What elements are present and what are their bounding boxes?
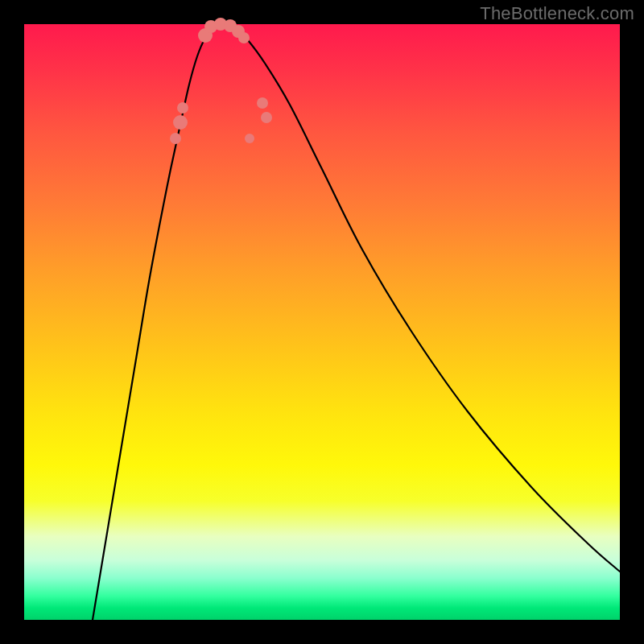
highlight-dot [170, 133, 181, 144]
highlight-dot [261, 112, 272, 123]
highlight-dot [245, 134, 254, 143]
highlight-dots [170, 18, 272, 144]
highlight-dot [173, 115, 188, 130]
highlight-dot [257, 97, 268, 109]
bottleneck-curve [93, 24, 620, 620]
highlight-dot [177, 102, 188, 114]
plot-area [24, 24, 620, 620]
watermark-text: TheBottleneck.com [480, 3, 634, 24]
curve-svg [24, 24, 620, 620]
highlight-dot [238, 32, 250, 43]
chart-frame: TheBottleneck.com [0, 0, 644, 644]
